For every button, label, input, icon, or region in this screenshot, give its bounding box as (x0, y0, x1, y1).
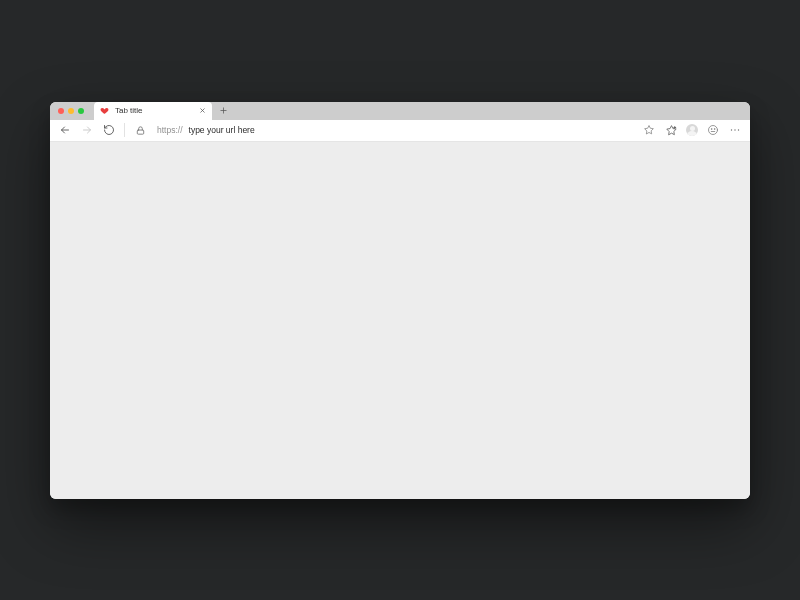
back-button[interactable] (58, 123, 72, 137)
lock-icon[interactable] (133, 123, 147, 137)
active-tab[interactable]: Tab title (94, 102, 212, 120)
forward-button[interactable] (80, 123, 94, 137)
refresh-button[interactable] (102, 123, 116, 137)
svg-point-2 (711, 129, 712, 130)
window-controls (58, 108, 84, 114)
nav-buttons (58, 123, 116, 137)
tab-title: Tab title (115, 106, 192, 115)
tab-strip: Tab title (50, 102, 750, 120)
address-bar[interactable]: https://type your url here (155, 125, 634, 135)
new-tab-button[interactable] (216, 104, 230, 118)
svg-rect-0 (137, 130, 143, 134)
feedback-button[interactable] (706, 123, 720, 137)
svg-point-6 (738, 129, 739, 130)
url-protocol: https:// (157, 125, 183, 135)
svg-point-3 (714, 129, 715, 130)
toolbar-separator (124, 123, 125, 137)
toolbar-right-icons (642, 123, 742, 137)
svg-point-5 (734, 129, 735, 130)
url-text: type your url here (189, 125, 255, 135)
svg-point-4 (731, 129, 732, 130)
browser-window: Tab title https://type your url (50, 102, 750, 499)
toolbar: https://type your url here (50, 120, 750, 142)
svg-point-1 (709, 126, 718, 135)
favorite-button[interactable] (642, 123, 656, 137)
window-minimize-button[interactable] (68, 108, 74, 114)
window-close-button[interactable] (58, 108, 64, 114)
more-button[interactable] (728, 123, 742, 137)
heart-icon (100, 106, 109, 115)
favorites-list-button[interactable] (664, 123, 678, 137)
tab-close-button[interactable] (198, 107, 206, 115)
window-maximize-button[interactable] (78, 108, 84, 114)
page-viewport[interactable] (50, 142, 750, 499)
profile-button[interactable] (686, 124, 698, 136)
